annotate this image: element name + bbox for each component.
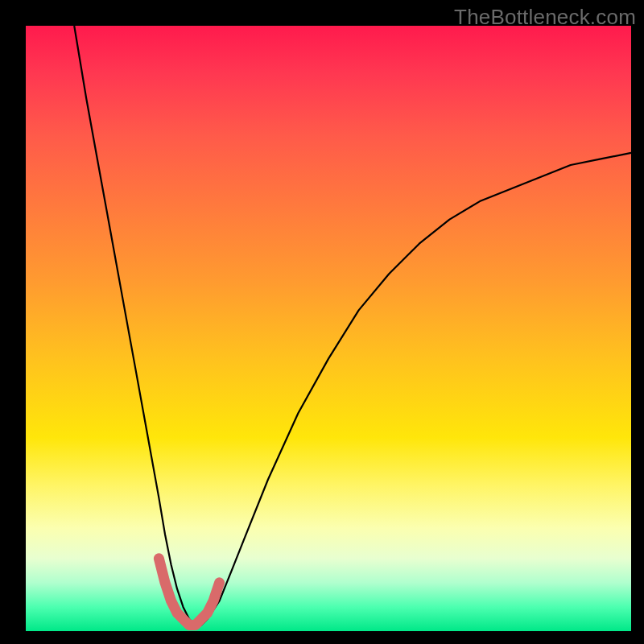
curve-layer xyxy=(26,26,631,631)
series-highlight xyxy=(159,559,219,625)
curve-path xyxy=(74,26,631,625)
watermark-text: TheBottleneck.com xyxy=(454,5,636,30)
series-curve xyxy=(74,26,631,625)
highlight-path xyxy=(159,559,219,625)
plot-area xyxy=(26,26,631,631)
chart-frame: TheBottleneck.com xyxy=(0,0,644,644)
